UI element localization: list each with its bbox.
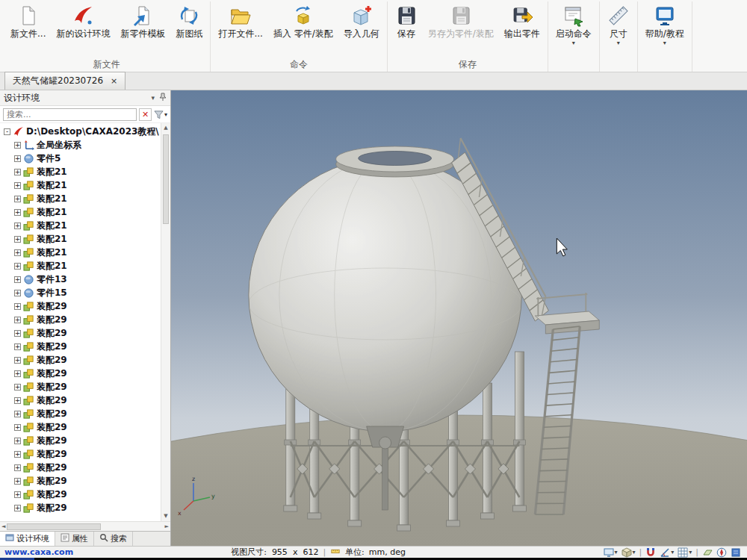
tree-expander[interactable]: + bbox=[14, 464, 21, 471]
compass-icon[interactable] bbox=[716, 547, 727, 558]
tree-item[interactable]: +装配29 bbox=[1, 313, 160, 326]
tree-expander[interactable]: + bbox=[14, 196, 21, 202]
ribbon-button-import-geometry[interactable]: 导入几何 bbox=[338, 1, 385, 40]
ribbon-button-new-design-env[interactable]: 新的设计环境 bbox=[51, 1, 115, 40]
filter-icon[interactable]: ▾ bbox=[154, 110, 167, 119]
side-tab-design-env[interactable]: 设计环境 bbox=[0, 532, 55, 546]
tree-item[interactable]: +零件13 bbox=[1, 273, 160, 286]
tree-item[interactable]: +装配29 bbox=[1, 393, 160, 407]
scroll-thumb[interactable] bbox=[7, 523, 101, 530]
dropdown-caret-icon[interactable]: ▾ bbox=[671, 549, 674, 556]
tree-expander[interactable]: + bbox=[14, 505, 21, 511]
view-cube-icon[interactable] bbox=[731, 547, 741, 558]
tree-expander[interactable]: + bbox=[14, 169, 21, 175]
viewport-3d[interactable]: z y x bbox=[171, 90, 747, 546]
ribbon-button-save-as[interactable]: 另存为零件/装配 bbox=[423, 1, 499, 40]
ribbon-button-dimension[interactable]: 尺寸▾ bbox=[602, 1, 635, 46]
ribbon-button-new-file[interactable]: 新文件... bbox=[5, 1, 51, 40]
tree-expander[interactable]: - bbox=[4, 128, 10, 135]
scroll-down-icon[interactable]: ▼ bbox=[164, 511, 167, 521]
scroll-thumb[interactable] bbox=[163, 134, 169, 224]
magnet-snap-icon[interactable] bbox=[645, 547, 656, 558]
dropdown-caret-icon[interactable]: ▾ bbox=[615, 549, 618, 556]
tree-expander[interactable]: + bbox=[14, 236, 21, 243]
tree-item[interactable]: +装配21 bbox=[1, 219, 160, 232]
tree-expander[interactable]: + bbox=[14, 424, 21, 431]
ribbon-button-new-drawing[interactable]: 新图纸 bbox=[170, 1, 208, 40]
tree-expander[interactable]: + bbox=[14, 330, 21, 337]
tree-item[interactable]: +装配29 bbox=[1, 420, 160, 434]
ribbon-button-open-file[interactable]: 打开文件... bbox=[213, 1, 267, 40]
tree-vertical-scrollbar[interactable]: ▲ ▼ bbox=[161, 123, 170, 521]
tree-item[interactable]: +零件5 bbox=[1, 152, 160, 165]
ribbon-button-new-part-template[interactable]: 新零件模板 bbox=[115, 1, 170, 40]
tree-item[interactable]: +装配29 bbox=[1, 380, 160, 393]
ribbon-button-launch-command[interactable]: 启动命令▾ bbox=[551, 1, 597, 46]
tree-expander[interactable]: + bbox=[14, 249, 21, 256]
tree-expander[interactable]: + bbox=[14, 411, 21, 417]
tree-item[interactable]: +装配29 bbox=[1, 461, 160, 474]
tank-top-ring[interactable] bbox=[336, 146, 454, 177]
tree-expander[interactable]: + bbox=[14, 317, 21, 323]
scroll-left-icon[interactable]: ◄ bbox=[1, 523, 5, 529]
tree-expander[interactable]: + bbox=[14, 357, 21, 364]
work-plane-icon[interactable] bbox=[702, 547, 713, 558]
tree-expander[interactable]: + bbox=[14, 384, 21, 391]
tree-item[interactable]: +装配29 bbox=[1, 367, 160, 380]
tree-item[interactable]: +装配21 bbox=[1, 205, 160, 219]
tree-item[interactable]: +装配29 bbox=[1, 326, 160, 340]
search-input[interactable] bbox=[3, 108, 137, 121]
tree-expander[interactable]: + bbox=[14, 438, 21, 444]
tree-expander[interactable]: + bbox=[14, 209, 21, 216]
dropdown-caret-icon[interactable]: ▾ bbox=[633, 549, 636, 556]
tree-expander[interactable]: + bbox=[14, 290, 21, 296]
side-tab-search[interactable]: 搜索 bbox=[94, 532, 133, 546]
tree-expander[interactable]: + bbox=[14, 276, 21, 283]
tree-expander[interactable]: + bbox=[14, 303, 21, 310]
tree-item[interactable]: +装配29 bbox=[1, 501, 160, 514]
tab-close-icon[interactable]: × bbox=[111, 76, 117, 86]
clear-search-button[interactable]: ✕ bbox=[139, 108, 152, 121]
side-tab-properties[interactable]: 属性 bbox=[55, 532, 94, 546]
tree-item[interactable]: +装配21 bbox=[1, 259, 160, 273]
pin-icon[interactable] bbox=[159, 93, 167, 103]
dropdown-caret-icon[interactable]: ▾ bbox=[689, 549, 692, 556]
document-tab[interactable]: 天然气储罐20230726 × bbox=[4, 72, 125, 90]
tree-expander[interactable]: + bbox=[14, 491, 21, 498]
ribbon-button-insert-part[interactable]: 插入 零件/装配 bbox=[268, 1, 338, 40]
tree-item[interactable]: +装配29 bbox=[1, 353, 160, 367]
tree-expander[interactable]: + bbox=[14, 263, 21, 270]
tree-item[interactable]: +装配21 bbox=[1, 246, 160, 259]
tree-item[interactable]: +装配29 bbox=[1, 407, 160, 420]
tree-item[interactable]: +装配29 bbox=[1, 434, 160, 447]
tree-horizontal-scrollbar[interactable]: ◄ ► bbox=[0, 521, 170, 531]
tree-item[interactable]: +装配29 bbox=[1, 488, 160, 501]
tree-item[interactable]: +装配29 bbox=[1, 447, 160, 461]
tree-expander[interactable]: + bbox=[14, 142, 21, 149]
ribbon-button-export-part[interactable]: 输出零件 bbox=[499, 1, 545, 40]
tree-item[interactable]: +全局坐标系 bbox=[1, 138, 160, 152]
tree-item[interactable]: +装配21 bbox=[1, 178, 160, 192]
ribbon-button-help[interactable]: 帮助/教程▾ bbox=[640, 1, 689, 46]
tree-expander[interactable]: + bbox=[14, 397, 21, 404]
tree-expander[interactable]: + bbox=[14, 343, 21, 350]
tree-item[interactable]: +装配29 bbox=[1, 340, 160, 353]
tree-expander[interactable]: + bbox=[14, 370, 21, 377]
scroll-up-icon[interactable]: ▲ bbox=[164, 123, 167, 133]
chevron-down-icon[interactable]: ▾ bbox=[151, 94, 155, 102]
3d-scene[interactable]: z y x bbox=[171, 90, 747, 546]
tree-item[interactable]: -D:\Desktop\CAXA2023教程\1: bbox=[1, 125, 160, 138]
tree-expander[interactable]: + bbox=[14, 478, 21, 485]
tree-item[interactable]: +装配29 bbox=[1, 474, 160, 488]
tree-item[interactable]: +装配21 bbox=[1, 165, 160, 178]
scroll-right-icon[interactable]: ► bbox=[165, 523, 169, 529]
render-style-icon[interactable]: ▾ bbox=[622, 547, 636, 558]
angle-snap-icon[interactable]: ▾ bbox=[660, 547, 674, 558]
tree-item[interactable]: +装配29 bbox=[1, 299, 160, 313]
tree-expander[interactable]: + bbox=[14, 182, 21, 189]
tree-item[interactable]: +零件15 bbox=[1, 286, 160, 299]
grid-icon[interactable]: ▾ bbox=[678, 547, 692, 558]
tree-expander[interactable]: + bbox=[14, 223, 21, 229]
view-display-icon[interactable]: ▾ bbox=[604, 547, 618, 558]
tree-item[interactable]: +装配21 bbox=[1, 232, 160, 246]
